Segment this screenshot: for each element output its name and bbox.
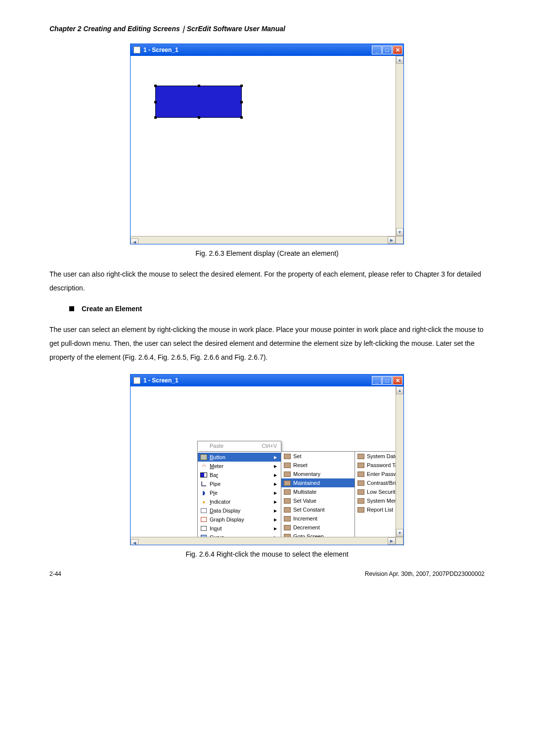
graph-display-icon (200, 516, 208, 523)
button-icon (357, 488, 365, 495)
button-icon (283, 524, 291, 531)
reset-menu-item[interactable]: Reset (281, 461, 355, 470)
editor-window-2: 1 - Screen_1 _ □ ✕ Paste Ctrl+V Button ▶ (130, 374, 404, 545)
design-canvas-2[interactable]: Paste Ctrl+V Button ▶ ◠ Meter ▶ Bar (131, 386, 403, 545)
close-button[interactable]: ✕ (393, 376, 402, 385)
indicator-menu-item[interactable]: ● Indicator ▶ (198, 497, 281, 506)
maximize-button[interactable]: □ (382, 46, 392, 54)
chevron-right-icon: ▶ (274, 500, 277, 504)
arrow-left-icon[interactable]: ◀ (131, 539, 138, 545)
scroll-corner (396, 537, 403, 545)
paragraph-2: The user can select an element by right-… (49, 323, 485, 364)
arrow-up-icon[interactable]: ▲ (396, 386, 403, 394)
figure-caption-1: Fig. 2.6.3 Element display (Create an el… (49, 249, 485, 257)
momentary-menu-item[interactable]: Momentary (281, 470, 355, 478)
button-icon (357, 471, 365, 477)
set-value-menu-item[interactable]: Set Value (281, 496, 355, 505)
scrollbar-vertical[interactable]: ▲ ▼ (396, 56, 403, 236)
paste-icon (200, 442, 208, 449)
meter-menu-item[interactable]: ◠ Meter ▶ (198, 462, 281, 471)
window-icon (134, 377, 140, 384)
arrow-up-icon[interactable]: ▲ (396, 56, 403, 64)
decrement-menu-item[interactable]: Decrement (281, 523, 355, 532)
button-icon (357, 506, 365, 513)
increment-menu-item[interactable]: Increment (281, 514, 355, 523)
button-icon (357, 453, 365, 460)
chevron-right-icon: ▶ (274, 473, 277, 477)
arrow-down-icon[interactable]: ▼ (396, 529, 403, 537)
set-constant-menu-item[interactable]: Set Constant (281, 505, 355, 514)
chevron-right-icon: ▶ (274, 482, 277, 486)
set-menu-item[interactable]: Set (281, 452, 355, 461)
arrow-right-icon[interactable]: ▶ (388, 236, 396, 244)
button-menu-item[interactable]: Button ▶ (198, 453, 281, 462)
maintained-menu-item[interactable]: Maintained (281, 478, 355, 487)
button-icon (283, 497, 291, 504)
bar-icon (200, 472, 208, 478)
chevron-right-icon: ▶ (274, 464, 277, 469)
button-icon (283, 506, 291, 513)
design-canvas-1[interactable]: ▲ ▼ ◀ ▶ (131, 56, 403, 244)
window-icon (134, 47, 140, 53)
window-title-1: 1 - Screen_1 (143, 47, 372, 53)
chevron-right-icon: ▶ (274, 509, 277, 513)
button-icon (357, 479, 365, 486)
chevron-right-icon: ▶ (274, 526, 277, 531)
menu-column-2: Set Reset Momentary Maintained Multistat… (281, 451, 355, 545)
close-button[interactable]: ✕ (393, 46, 402, 54)
button-icon (357, 497, 365, 504)
input-icon (200, 525, 208, 532)
editor-window-1: 1 - Screen_1 _ □ ✕ ▲ ▼ ◀ ▶ (130, 44, 404, 244)
arrow-right-icon[interactable]: ▶ (388, 537, 396, 545)
button-icon (200, 454, 208, 461)
paragraph-1: The user can also right-click the mouse … (49, 267, 485, 295)
revision-text: Revision Apr. 30th, 2007, 2007PDD2300000… (365, 570, 485, 577)
data-display-icon (200, 507, 208, 514)
scrollbar-horizontal[interactable]: ◀ ▶ (131, 236, 396, 244)
window-title-2: 1 - Screen_1 (143, 377, 372, 384)
arrow-left-icon[interactable]: ◀ (131, 238, 138, 244)
button-icon (283, 479, 291, 486)
section-title: Create an Element (82, 305, 142, 313)
menu-column-1: Paste Ctrl+V Button ▶ ◠ Meter ▶ Bar (197, 441, 281, 545)
titlebar-2: 1 - Screen_1 _ □ ✕ (131, 375, 403, 386)
chapter-header: Chapter 2 Creating and Editing Screens｜S… (49, 25, 485, 34)
section-bullet-icon (69, 306, 74, 311)
page-number: 2-44 (49, 570, 61, 577)
minimize-button[interactable]: _ (372, 46, 382, 54)
scrollbar-horizontal[interactable]: ◀ ▶ (131, 537, 396, 545)
graph-display-menu-item[interactable]: Graph Display ▶ (198, 515, 281, 524)
button-icon (283, 453, 291, 460)
input-menu-item[interactable]: Input ▶ (198, 524, 281, 533)
button-icon (283, 488, 291, 495)
scrollbar-vertical[interactable]: ▲ ▼ (396, 386, 403, 537)
indicator-icon: ● (200, 498, 208, 505)
chevron-right-icon: ▶ (274, 518, 277, 522)
button-icon (357, 462, 365, 469)
minimize-button[interactable]: _ (372, 376, 382, 385)
pie-icon: ◗ (200, 489, 208, 496)
pie-menu-item[interactable]: ◗ Pie ▶ (198, 488, 281, 497)
meter-icon: ◠ (200, 463, 208, 470)
button-icon (283, 515, 291, 522)
data-display-menu-item[interactable]: Data Display ▶ (198, 506, 281, 515)
pipe-menu-item[interactable]: Pipe ▶ (198, 479, 281, 488)
pipe-icon (200, 480, 208, 487)
button-icon (283, 462, 291, 469)
bar-menu-item[interactable]: Bar ▶ (198, 471, 281, 479)
multistate-menu-item[interactable]: Multistate (281, 487, 355, 496)
chevron-right-icon: ▶ (274, 491, 277, 495)
paste-menu-item: Paste Ctrl+V (198, 441, 281, 450)
selected-element[interactable] (155, 86, 242, 118)
scroll-corner (396, 236, 403, 244)
figure-caption-2: Fig. 2.6.4 Right-click the mouse to sele… (49, 550, 485, 558)
titlebar-1: 1 - Screen_1 _ □ ✕ (131, 44, 403, 56)
button-icon (283, 471, 291, 477)
maximize-button[interactable]: □ (382, 376, 392, 385)
chevron-right-icon: ▶ (274, 455, 277, 460)
menu-separator (199, 451, 280, 452)
arrow-down-icon[interactable]: ▼ (396, 228, 403, 236)
context-menu: Paste Ctrl+V Button ▶ ◠ Meter ▶ Bar (197, 441, 403, 545)
